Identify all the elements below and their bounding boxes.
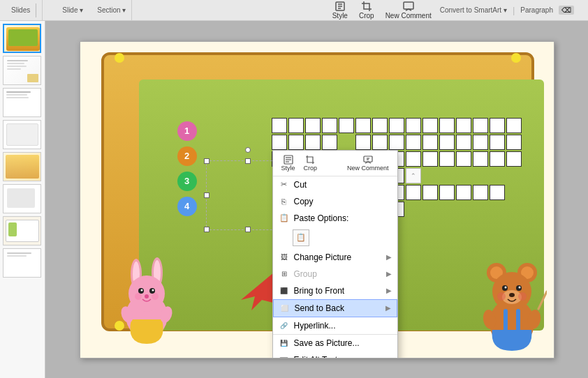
context-menu-save-as-picture[interactable]: 💾 Save as Picture...: [273, 334, 397, 351]
group-label: Group: [294, 269, 382, 279]
cell: [322, 135, 337, 150]
svg-point-32: [497, 292, 506, 301]
new-comment-button[interactable]: New Comment: [383, 0, 434, 21]
context-menu-copy[interactable]: ⎘ Copy: [273, 193, 397, 210]
send-back-label: Send to Back: [295, 303, 381, 313]
cell: [506, 118, 522, 133]
handle-bl[interactable]: [204, 227, 210, 232]
paragraph-label: Paragraph: [520, 6, 553, 14]
cut-label: Cut: [294, 180, 392, 190]
cell: [355, 118, 371, 133]
context-menu: Style Crop New Comment ✂ Cut: [272, 150, 398, 358]
svg-point-29: [504, 286, 506, 288]
cell: [288, 135, 304, 150]
svg-rect-34: [504, 309, 508, 331]
handle-tl[interactable]: [204, 158, 210, 164]
paragraph-dialog[interactable]: ⌫: [559, 6, 574, 15]
cell: [439, 168, 455, 183]
ctx-crop-button[interactable]: Crop: [301, 153, 321, 173]
deco-circle-3: 3: [177, 172, 197, 191]
slide-thumb-2[interactable]: [3, 56, 41, 85]
svg-point-30: [518, 286, 520, 288]
send-back-arrow: ▶: [385, 304, 391, 312]
svg-point-15: [145, 294, 149, 298]
alt-text-label: Edit Alt Text...: [294, 355, 392, 358]
cell: [473, 135, 488, 150]
svg-point-16: [135, 293, 142, 300]
cell: [389, 118, 404, 133]
cell: [439, 185, 455, 200]
cell: [406, 185, 421, 200]
context-menu-paste-icon-row[interactable]: 📋: [273, 227, 397, 249]
canvas-area: 1 2 3 4: [45, 21, 588, 378]
corner-dot-tr: [511, 53, 521, 63]
context-menu-send-to-back[interactable]: ⬜ Send to Back ▶: [273, 299, 397, 317]
handle-rotate[interactable]: [245, 147, 251, 153]
save-pic-label: Save as Picture...: [294, 338, 392, 348]
slide-thumb-6[interactable]: [3, 184, 41, 213]
decoration-circles: 1 2 3 4: [177, 121, 197, 216]
context-menu-group[interactable]: ⊞ Group ▶: [273, 266, 397, 282]
crossword-row-1: [272, 118, 554, 133]
bunny-character: [112, 253, 182, 344]
crop-button[interactable]: Crop: [356, 0, 377, 21]
slide-thumb-4[interactable]: [3, 120, 41, 149]
hyperlink-label: Hyperlink...: [294, 321, 392, 331]
context-menu-change-picture[interactable]: 🖼 Change Picture ▶: [273, 249, 397, 266]
cell: [406, 118, 421, 133]
bring-front-icon: ⬛: [279, 285, 290, 296]
handle-ml[interactable]: [204, 192, 210, 198]
cut-icon: ✂: [279, 179, 290, 190]
change-picture-icon: 🖼: [279, 252, 290, 263]
svg-point-31: [509, 293, 515, 297]
cell: [305, 135, 321, 150]
svg-rect-43: [364, 156, 372, 162]
svg-point-17: [152, 293, 159, 300]
save-pic-icon: 💾: [279, 338, 290, 349]
format-painter-label: Slides: [11, 6, 30, 14]
cell: [272, 135, 287, 150]
deco-circle-2: 2: [177, 146, 197, 166]
toolbar: Slides Slide ▾ Section ▾ Style Crop New …: [0, 0, 588, 21]
ctx-new-comment-button[interactable]: New Comment: [344, 153, 392, 173]
slide-thumb-5[interactable]: [3, 152, 41, 181]
cell: [355, 135, 371, 150]
cell: [490, 151, 505, 167]
context-menu-paste-options[interactable]: 📋 Paste Options:: [273, 210, 397, 227]
cell: [422, 135, 438, 150]
bear-character: [477, 253, 547, 351]
cell: [473, 118, 488, 133]
change-picture-arrow: ▶: [386, 253, 392, 261]
context-menu-bring-to-front[interactable]: ⬛ Bring to Front ▶: [273, 282, 397, 299]
svg-line-38: [538, 292, 547, 309]
svg-point-13: [140, 289, 142, 291]
context-menu-edit-alt-text[interactable]: ⌨ Edit Alt Text...: [273, 351, 397, 358]
cell: [372, 135, 388, 150]
slide-thumb-1[interactable]: [3, 24, 41, 53]
context-menu-hyperlink[interactable]: 🔗 Hyperlink...: [273, 317, 397, 334]
ctx-style-button[interactable]: Style: [279, 153, 298, 173]
toolbar-group-slides: Slides: [6, 0, 43, 20]
convert-smartart: Convert to SmartArt ▾: [440, 6, 507, 14]
context-menu-toolbar: Style Crop New Comment: [273, 151, 397, 176]
slide-canvas: 1 2 3 4: [80, 41, 554, 358]
style-label: Style: [332, 12, 348, 20]
toolbar-group-font: Slide ▾ Section ▾: [54, 0, 132, 20]
cell: [422, 151, 438, 167]
cell: [422, 118, 438, 133]
slide-thumb-7[interactable]: [3, 216, 41, 245]
handle-tm[interactable]: [245, 158, 251, 164]
cell: [305, 118, 321, 133]
group-icon: ⊞: [279, 269, 290, 280]
svg-point-33: [518, 292, 527, 301]
cell: [439, 151, 455, 167]
handle-bm[interactable]: [245, 227, 251, 232]
style-button[interactable]: Style: [330, 0, 351, 21]
group-arrow: ▶: [386, 270, 392, 278]
paste-special-icon[interactable]: 📋: [293, 229, 309, 246]
context-menu-cut[interactable]: ✂ Cut: [273, 176, 397, 193]
alt-text-icon: ⌨: [279, 354, 290, 358]
slide-thumb-3[interactable]: [3, 88, 41, 117]
hyperlink-icon: 🔗: [279, 320, 290, 331]
slide-thumb-8[interactable]: [3, 248, 41, 278]
